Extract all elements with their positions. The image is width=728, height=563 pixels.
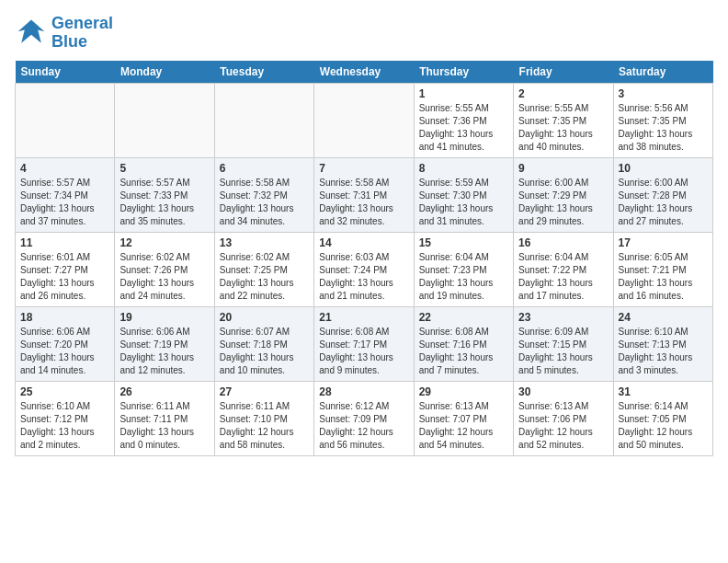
calendar-cell: 19Sunrise: 6:06 AM Sunset: 7:19 PM Dayli… xyxy=(115,306,214,381)
calendar-week-row: 18Sunrise: 6:06 AM Sunset: 7:20 PM Dayli… xyxy=(16,306,713,381)
calendar-cell: 22Sunrise: 6:08 AM Sunset: 7:16 PM Dayli… xyxy=(414,306,513,381)
day-number: 7 xyxy=(319,162,408,175)
calendar-cell xyxy=(115,83,214,157)
calendar-week-row: 1Sunrise: 5:55 AM Sunset: 7:36 PM Daylig… xyxy=(16,83,713,157)
day-number: 22 xyxy=(419,311,508,324)
day-info: Sunrise: 6:13 AM Sunset: 7:07 PM Dayligh… xyxy=(419,400,508,452)
day-number: 14 xyxy=(319,236,408,249)
day-info: Sunrise: 5:56 AM Sunset: 7:35 PM Dayligh… xyxy=(619,102,708,154)
calendar-cell: 7Sunrise: 5:58 AM Sunset: 7:31 PM Daylig… xyxy=(314,157,414,232)
day-info: Sunrise: 6:04 AM Sunset: 7:22 PM Dayligh… xyxy=(518,251,608,303)
calendar-cell: 6Sunrise: 5:58 AM Sunset: 7:32 PM Daylig… xyxy=(214,157,313,232)
calendar-cell: 31Sunrise: 6:14 AM Sunset: 7:05 PM Dayli… xyxy=(613,381,712,455)
day-info: Sunrise: 5:55 AM Sunset: 7:35 PM Dayligh… xyxy=(518,102,608,154)
day-number: 16 xyxy=(518,236,608,249)
day-info: Sunrise: 6:02 AM Sunset: 7:25 PM Dayligh… xyxy=(220,251,309,303)
calendar-cell: 23Sunrise: 6:09 AM Sunset: 7:15 PM Dayli… xyxy=(514,306,613,381)
calendar-cell: 18Sunrise: 6:06 AM Sunset: 7:20 PM Dayli… xyxy=(16,306,115,381)
day-number: 25 xyxy=(20,385,109,398)
calendar-cell: 11Sunrise: 6:01 AM Sunset: 7:27 PM Dayli… xyxy=(16,232,115,306)
day-number: 4 xyxy=(20,162,109,175)
calendar-header: SundayMondayTuesdayWednesdayThursdayFrid… xyxy=(16,61,713,84)
day-of-week-header: Wednesday xyxy=(314,61,414,84)
calendar-week-row: 4Sunrise: 5:57 AM Sunset: 7:34 PM Daylig… xyxy=(16,157,713,232)
day-number: 19 xyxy=(119,311,209,324)
day-info: Sunrise: 5:58 AM Sunset: 7:32 PM Dayligh… xyxy=(220,177,309,228)
page-header: General Blue xyxy=(15,15,713,52)
calendar-cell: 25Sunrise: 6:10 AM Sunset: 7:12 PM Dayli… xyxy=(16,381,115,455)
day-number: 3 xyxy=(619,87,708,100)
calendar-cell: 10Sunrise: 6:00 AM Sunset: 7:28 PM Dayli… xyxy=(613,157,712,232)
day-info: Sunrise: 5:57 AM Sunset: 7:34 PM Dayligh… xyxy=(20,177,109,228)
day-number: 17 xyxy=(619,236,708,249)
day-info: Sunrise: 6:09 AM Sunset: 7:15 PM Dayligh… xyxy=(518,326,608,377)
day-number: 12 xyxy=(119,236,209,249)
logo-text: General Blue xyxy=(51,15,113,52)
day-number: 18 xyxy=(20,311,109,324)
day-number: 29 xyxy=(419,385,508,398)
day-info: Sunrise: 6:08 AM Sunset: 7:17 PM Dayligh… xyxy=(319,326,408,377)
calendar-cell: 15Sunrise: 6:04 AM Sunset: 7:23 PM Dayli… xyxy=(414,232,513,306)
calendar-cell: 3Sunrise: 5:56 AM Sunset: 7:35 PM Daylig… xyxy=(613,83,712,157)
day-number: 5 xyxy=(119,162,209,175)
day-info: Sunrise: 6:01 AM Sunset: 7:27 PM Dayligh… xyxy=(20,251,109,303)
day-number: 21 xyxy=(319,311,408,324)
day-number: 28 xyxy=(319,385,408,398)
day-number: 26 xyxy=(119,385,209,398)
logo-bird-icon xyxy=(15,17,48,50)
calendar-cell: 12Sunrise: 6:02 AM Sunset: 7:26 PM Dayli… xyxy=(115,232,214,306)
day-info: Sunrise: 6:06 AM Sunset: 7:19 PM Dayligh… xyxy=(119,326,209,377)
calendar-cell: 20Sunrise: 6:07 AM Sunset: 7:18 PM Dayli… xyxy=(214,306,313,381)
calendar-cell: 27Sunrise: 6:11 AM Sunset: 7:10 PM Dayli… xyxy=(214,381,313,455)
calendar-cell: 9Sunrise: 6:00 AM Sunset: 7:29 PM Daylig… xyxy=(514,157,613,232)
day-info: Sunrise: 6:03 AM Sunset: 7:24 PM Dayligh… xyxy=(319,251,408,303)
day-info: Sunrise: 6:02 AM Sunset: 7:26 PM Dayligh… xyxy=(119,251,209,303)
day-number: 30 xyxy=(518,385,608,398)
calendar-cell: 2Sunrise: 5:55 AM Sunset: 7:35 PM Daylig… xyxy=(514,83,613,157)
day-number: 13 xyxy=(220,236,309,249)
calendar-cell: 17Sunrise: 6:05 AM Sunset: 7:21 PM Dayli… xyxy=(613,232,712,306)
calendar-cell xyxy=(214,83,313,157)
calendar-cell: 4Sunrise: 5:57 AM Sunset: 7:34 PM Daylig… xyxy=(16,157,115,232)
calendar-cell: 28Sunrise: 6:12 AM Sunset: 7:09 PM Dayli… xyxy=(314,381,414,455)
calendar-cell: 29Sunrise: 6:13 AM Sunset: 7:07 PM Dayli… xyxy=(414,381,513,455)
calendar-cell xyxy=(314,83,414,157)
day-of-week-header: Tuesday xyxy=(214,61,313,84)
day-number: 23 xyxy=(518,311,608,324)
calendar-cell: 13Sunrise: 6:02 AM Sunset: 7:25 PM Dayli… xyxy=(214,232,313,306)
day-info: Sunrise: 6:08 AM Sunset: 7:16 PM Dayligh… xyxy=(419,326,508,377)
day-info: Sunrise: 5:59 AM Sunset: 7:30 PM Dayligh… xyxy=(419,177,508,228)
day-number: 11 xyxy=(20,236,109,249)
day-info: Sunrise: 6:14 AM Sunset: 7:05 PM Dayligh… xyxy=(619,400,708,452)
day-info: Sunrise: 5:58 AM Sunset: 7:31 PM Dayligh… xyxy=(319,177,408,228)
calendar-cell: 8Sunrise: 5:59 AM Sunset: 7:30 PM Daylig… xyxy=(414,157,513,232)
day-number: 15 xyxy=(419,236,508,249)
calendar-cell: 26Sunrise: 6:11 AM Sunset: 7:11 PM Dayli… xyxy=(115,381,214,455)
day-of-week-header: Monday xyxy=(115,61,214,84)
day-info: Sunrise: 6:10 AM Sunset: 7:12 PM Dayligh… xyxy=(20,400,109,452)
calendar-header-row: SundayMondayTuesdayWednesdayThursdayFrid… xyxy=(16,61,713,84)
day-number: 9 xyxy=(518,162,608,175)
day-info: Sunrise: 6:11 AM Sunset: 7:11 PM Dayligh… xyxy=(119,400,209,452)
day-number: 2 xyxy=(518,87,608,100)
day-info: Sunrise: 6:00 AM Sunset: 7:28 PM Dayligh… xyxy=(619,177,708,228)
calendar-week-row: 11Sunrise: 6:01 AM Sunset: 7:27 PM Dayli… xyxy=(16,232,713,306)
calendar-body: 1Sunrise: 5:55 AM Sunset: 7:36 PM Daylig… xyxy=(16,83,713,455)
day-of-week-header: Saturday xyxy=(613,61,712,84)
day-info: Sunrise: 6:00 AM Sunset: 7:29 PM Dayligh… xyxy=(518,177,608,228)
day-of-week-header: Thursday xyxy=(414,61,513,84)
calendar-cell xyxy=(16,83,115,157)
day-number: 24 xyxy=(619,311,708,324)
calendar-cell: 30Sunrise: 6:13 AM Sunset: 7:06 PM Dayli… xyxy=(514,381,613,455)
day-number: 8 xyxy=(419,162,508,175)
day-number: 10 xyxy=(619,162,708,175)
logo: General Blue xyxy=(15,15,113,52)
day-info: Sunrise: 6:06 AM Sunset: 7:20 PM Dayligh… xyxy=(20,326,109,377)
day-info: Sunrise: 6:13 AM Sunset: 7:06 PM Dayligh… xyxy=(518,400,608,452)
day-info: Sunrise: 6:12 AM Sunset: 7:09 PM Dayligh… xyxy=(319,400,408,452)
day-info: Sunrise: 5:57 AM Sunset: 7:33 PM Dayligh… xyxy=(119,177,209,228)
day-number: 31 xyxy=(619,385,708,398)
day-of-week-header: Sunday xyxy=(16,61,115,84)
day-number: 20 xyxy=(220,311,309,324)
calendar-table: SundayMondayTuesdayWednesdayThursdayFrid… xyxy=(15,61,713,456)
